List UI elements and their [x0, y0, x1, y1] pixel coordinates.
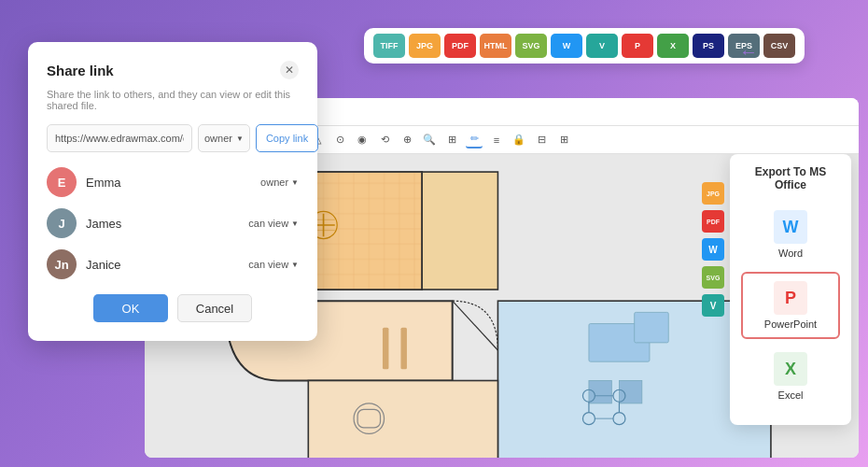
- format-btn-jpg[interactable]: JPG: [409, 34, 441, 58]
- permission-value-james: can view: [248, 218, 288, 229]
- toolbar-zoom[interactable]: 🔍: [421, 132, 438, 149]
- toolbar-plus-box[interactable]: ⊞: [555, 132, 572, 149]
- svg-rect-11: [383, 328, 389, 370]
- modal-subtitle: Share the link to others, and they can v…: [47, 89, 299, 111]
- chevron-down-icon-emma: ▼: [291, 178, 299, 187]
- avatar-emma: E: [47, 167, 77, 197]
- permission-value-emma: owner: [260, 177, 288, 188]
- export-panel-left: JPG PDF W SVG V: [702, 182, 724, 317]
- user-row-james: J James can view ▼: [47, 208, 299, 238]
- toolbar-pen[interactable]: ✏: [466, 132, 483, 149]
- user-name-janice: Janice: [86, 258, 248, 272]
- modal-title: Share link: [47, 63, 114, 78]
- permission-select[interactable]: owner ▼: [198, 124, 250, 152]
- export-word[interactable]: W Word: [741, 201, 840, 268]
- permission-janice[interactable]: can view ▼: [248, 259, 299, 270]
- powerpoint-icon: P: [774, 281, 807, 315]
- permission-emma[interactable]: owner ▼: [260, 177, 299, 188]
- svg-rect-12: [400, 328, 407, 370]
- modal-header: Share link ✕: [47, 61, 299, 79]
- toolbar-frame[interactable]: ⊞: [443, 132, 460, 149]
- export-panel: Export To MS Office JPG PDF W SVG V W Wo…: [730, 154, 851, 425]
- user-row-emma: E Emma owner ▼: [47, 167, 299, 197]
- svg-line-13: [453, 301, 498, 350]
- modal-link-row: owner ▼ Copy link: [47, 124, 299, 152]
- link-input[interactable]: [47, 124, 192, 152]
- format-btn-ps[interactable]: PS: [693, 34, 724, 58]
- format-btn-v[interactable]: V: [586, 34, 618, 58]
- badge-jpg[interactable]: JPG: [702, 182, 724, 205]
- permission-james[interactable]: can view ▼: [248, 218, 299, 229]
- export-panel-title: Export To MS Office: [741, 165, 840, 191]
- word-label: Word: [778, 248, 803, 259]
- badge-svg[interactable]: SVG: [702, 266, 724, 289]
- excel-icon: X: [774, 352, 807, 386]
- ok-button[interactable]: OK: [93, 294, 168, 322]
- toolbar-plus[interactable]: ⊕: [399, 132, 415, 149]
- svg-rect-18: [619, 381, 641, 403]
- badge-visio[interactable]: V: [702, 294, 724, 317]
- toolbar-lock[interactable]: 🔒: [511, 132, 527, 149]
- format-btn-w[interactable]: W: [551, 34, 582, 58]
- permission-value-janice: can view: [248, 259, 288, 270]
- badge-word[interactable]: W: [702, 238, 724, 261]
- user-name-james: James: [86, 217, 248, 231]
- share-link-modal: Share link ✕ Share the link to others, a…: [28, 42, 317, 341]
- arrow-indicator: ←: [739, 41, 758, 63]
- excel-label: Excel: [778, 389, 804, 401]
- badge-pdf[interactable]: PDF: [702, 210, 724, 233]
- toolbar-brush[interactable]: ◉: [354, 132, 371, 149]
- format-btn-x[interactable]: X: [657, 34, 689, 58]
- toolbar-minus-box[interactable]: ⊟: [533, 132, 550, 149]
- svg-rect-17: [589, 381, 611, 403]
- toolbar-menu[interactable]: ≡: [488, 132, 505, 149]
- modal-actions: OK Cancel: [47, 294, 299, 322]
- close-button[interactable]: ✕: [280, 61, 299, 79]
- cancel-button[interactable]: Cancel: [177, 294, 252, 322]
- copy-link-button[interactable]: Copy link: [256, 124, 318, 152]
- export-excel[interactable]: X Excel: [741, 343, 840, 410]
- format-btn-svg[interactable]: SVG: [515, 34, 547, 58]
- svg-rect-27: [422, 172, 497, 290]
- avatar-janice: Jn: [47, 249, 77, 279]
- format-btn-csv[interactable]: CSV: [763, 34, 795, 58]
- svg-rect-16: [635, 312, 669, 343]
- chevron-down-icon: ▼: [236, 134, 244, 143]
- export-powerpoint[interactable]: P PowerPoint: [741, 272, 840, 339]
- format-btn-pdf[interactable]: PDF: [444, 34, 476, 58]
- permission-value: owner: [204, 133, 232, 144]
- chevron-down-icon-janice: ▼: [291, 261, 299, 269]
- avatar-james: J: [47, 208, 77, 238]
- user-name-emma: Emma: [86, 176, 260, 190]
- toolbar-arrow[interactable]: ⟲: [376, 132, 393, 149]
- svg-rect-36: [308, 381, 497, 459]
- word-icon: W: [774, 210, 807, 244]
- format-btn-tiff[interactable]: TIFF: [373, 34, 405, 58]
- format-btn-html[interactable]: HTML: [480, 34, 511, 58]
- format-btn-p[interactable]: P: [622, 34, 653, 58]
- powerpoint-label: PowerPoint: [764, 318, 817, 330]
- toolbar-fill[interactable]: ⊙: [331, 132, 348, 149]
- user-row-janice: Jn Janice can view ▼: [47, 249, 299, 279]
- chevron-down-icon-james: ▼: [291, 219, 299, 228]
